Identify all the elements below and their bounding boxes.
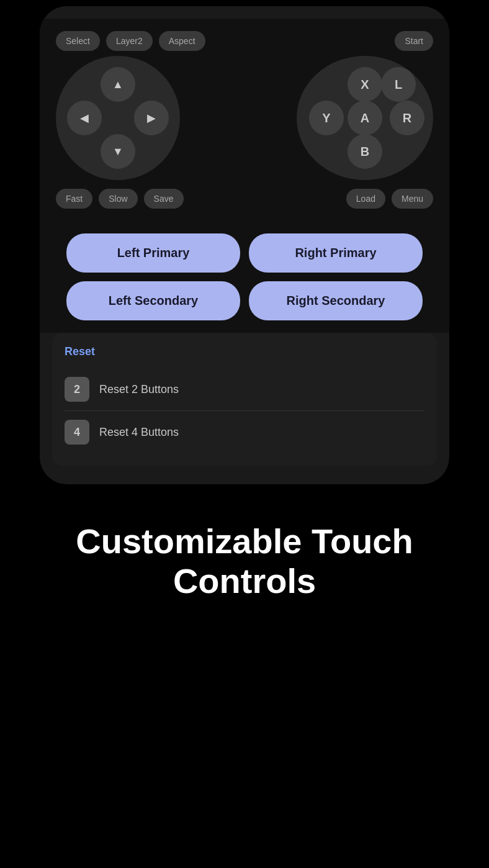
left-secondary-button[interactable]: Left Secondary (66, 281, 240, 320)
dpad-container: ▲ ▼ ◀ ▶ (56, 56, 180, 180)
reset-2-buttons-item[interactable]: 2 Reset 2 Buttons (65, 368, 424, 410)
action-container: X L Y A R B (297, 56, 433, 180)
right-secondary-button[interactable]: Right Secondary (249, 281, 423, 320)
action-l-button[interactable]: L (381, 67, 416, 102)
reset-4-label: Reset 4 Buttons (99, 426, 179, 439)
dpad-up-button[interactable]: ▲ (101, 67, 135, 102)
slow-button[interactable]: Slow (99, 189, 137, 209)
phone-frame: Select Layer2 Aspect Start ▲ ▼ ◀ ▶ X L Y (40, 6, 449, 484)
reset-4-icon: 4 (65, 420, 89, 445)
reset-4-buttons-item[interactable]: 4 Reset 4 Buttons (65, 411, 424, 453)
aspect-button[interactable]: Aspect (159, 31, 205, 51)
action-r-button[interactable]: R (390, 101, 424, 135)
action-x-button[interactable]: X (348, 67, 382, 102)
action-b-button[interactable]: B (348, 134, 382, 169)
save-button[interactable]: Save (144, 189, 184, 209)
dpad-right-button[interactable]: ▶ (134, 101, 169, 135)
reset-2-label: Reset 2 Buttons (99, 383, 179, 396)
reset-2-icon: 2 (65, 377, 89, 402)
select-button[interactable]: Select (56, 31, 100, 51)
top-buttons-row: Select Layer2 Aspect Start (50, 31, 439, 51)
assignment-section: Left Primary Right Primary Left Secondar… (40, 227, 449, 333)
primary-assignment-row: Left Primary Right Primary (52, 233, 437, 273)
fast-button[interactable]: Fast (56, 189, 92, 209)
headline-section: Customizable Touch Controls (0, 484, 489, 639)
gamepad-row: ▲ ▼ ◀ ▶ X L Y A R B (50, 56, 439, 180)
menu-button[interactable]: Menu (392, 189, 433, 209)
reset-title: Reset (65, 345, 424, 358)
layer2-button[interactable]: Layer2 (106, 31, 153, 51)
headline-text: Customizable Touch Controls (25, 522, 464, 602)
right-primary-button[interactable]: Right Primary (249, 233, 423, 273)
reset-section: Reset 2 Reset 2 Buttons 4 Reset 4 Button… (52, 333, 437, 466)
controller-area: Select Layer2 Aspect Start ▲ ▼ ◀ ▶ X L Y (40, 19, 449, 227)
bottom-buttons-row: Fast Slow Save Load Menu (50, 189, 439, 209)
left-primary-button[interactable]: Left Primary (66, 233, 240, 273)
action-y-button[interactable]: Y (309, 101, 344, 135)
start-button[interactable]: Start (395, 31, 433, 51)
secondary-assignment-row: Left Secondary Right Secondary (52, 281, 437, 320)
action-a-button[interactable]: A (348, 101, 382, 135)
dpad-down-button[interactable]: ▼ (101, 134, 135, 169)
dpad-left-button[interactable]: ◀ (67, 101, 102, 135)
load-button[interactable]: Load (346, 189, 385, 209)
